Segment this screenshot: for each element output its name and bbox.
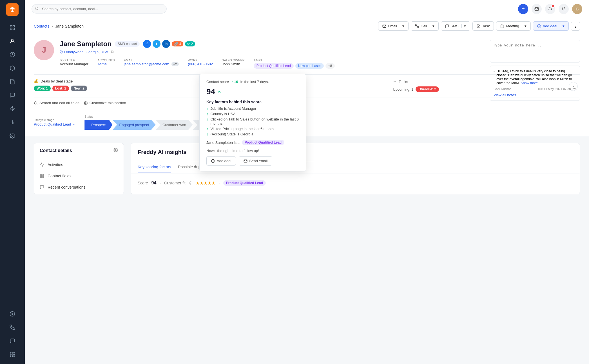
sidebar-icon-launch[interactable] bbox=[6, 308, 19, 320]
freddy-pql-badge[interactable]: Product Qualified Lead bbox=[223, 180, 266, 186]
more-options-btn[interactable]: ⋮ bbox=[571, 22, 580, 31]
customize-label: Customize this section bbox=[90, 101, 126, 105]
sidebar-icon-products[interactable] bbox=[6, 62, 19, 74]
contact-name-row: Jane Sampleton SMB contact f t in 🔗 4 ⟳ … bbox=[60, 40, 495, 48]
svg-rect-21 bbox=[501, 25, 504, 28]
svg-point-11 bbox=[10, 352, 11, 353]
user-avatar[interactable]: G bbox=[572, 4, 582, 14]
task-action-label: Task bbox=[482, 24, 490, 28]
note-author: Gopi Krishna bbox=[494, 87, 512, 91]
email-chevron: ▾ bbox=[400, 24, 404, 28]
status-engaged[interactable]: Engaged prospect bbox=[113, 120, 156, 130]
lifecycle-stage-block: Lifecycle stage Product Qualified Lead bbox=[34, 118, 75, 126]
social-icons: f t in 🔗 4 ⟳ 2 bbox=[143, 40, 195, 48]
view-all-notes-link[interactable]: View all notes bbox=[494, 93, 576, 97]
deals-section: 💰 Deals by deal stage Won: 1 Lost: 2 New… bbox=[34, 79, 208, 94]
note-text: Hi Greg, I think this deal is very close… bbox=[496, 69, 576, 85]
lifecycle-stage-value: Product Qualified Lead bbox=[34, 122, 71, 126]
sidebar-icon-messages[interactable] bbox=[6, 89, 19, 101]
work-field: Work (866) 418-0682 bbox=[188, 59, 213, 69]
lifecycle-stage-select[interactable]: Product Qualified Lead bbox=[34, 122, 75, 126]
sms-action-label: SMS bbox=[451, 24, 459, 28]
svg-point-35 bbox=[34, 101, 37, 104]
email-action-btn[interactable]: Email ▾ bbox=[378, 21, 409, 31]
tag-more[interactable]: +8 bbox=[325, 63, 335, 69]
work-phone-value[interactable]: (866) 418-0682 bbox=[188, 62, 213, 66]
factor-3-text: Clicked on Talk to Sales button on websi… bbox=[211, 117, 300, 126]
sidebar-icon-apps[interactable] bbox=[6, 348, 19, 361]
tag-pql[interactable]: Product Qualified Lead bbox=[254, 63, 294, 69]
factor-4: ↑ Visited Pricing page in the last 6 mon… bbox=[206, 127, 299, 131]
meeting-action-btn[interactable]: Meeting ▾ bbox=[496, 21, 530, 31]
task-action-btn[interactable]: Task bbox=[472, 21, 494, 31]
svg-marker-6 bbox=[10, 106, 15, 111]
job-title-field: Job title Account Manager bbox=[60, 59, 88, 69]
add-deal-action-btn[interactable]: Add deal ▾ bbox=[533, 21, 569, 31]
contact-fields-row: Job title Account Manager Accounts Acme … bbox=[60, 59, 495, 69]
popup-actions: Add deal Send email bbox=[206, 156, 299, 166]
freddy-sep-2: · bbox=[219, 181, 220, 185]
facebook-icon[interactable]: f bbox=[143, 40, 151, 48]
status-prospect[interactable]: Prospect bbox=[84, 120, 112, 130]
linkedin-icon[interactable]: in bbox=[162, 40, 170, 48]
call-action-btn[interactable]: Call ▾ bbox=[411, 21, 438, 31]
twitter-icon[interactable]: t bbox=[153, 40, 160, 48]
contact-location[interactable]: Dundywood, Georgia, USA ⧉ bbox=[60, 49, 495, 55]
accounts-field: Accounts Acme bbox=[97, 59, 115, 69]
account-value[interactable]: Acme bbox=[97, 62, 115, 66]
score-up-arrow-icon bbox=[217, 89, 222, 94]
sidebar-icon-settings[interactable] bbox=[6, 129, 19, 142]
note-textarea[interactable] bbox=[490, 40, 580, 62]
breadcrumb-current: Jane Sampleton bbox=[55, 24, 84, 28]
topbar: + G bbox=[25, 0, 589, 18]
status-won[interactable]: Customer won bbox=[156, 120, 193, 130]
customize-section-link[interactable]: Customize this section bbox=[84, 101, 126, 105]
sidebar-icon-automation[interactable] bbox=[6, 102, 19, 115]
social-badge-2[interactable]: ⟳ 2 bbox=[185, 41, 195, 46]
deal-badges: Won: 1 Lost: 2 New: 2 bbox=[34, 86, 202, 91]
sidebar-icon-chat[interactable] bbox=[6, 335, 19, 347]
add-button[interactable]: + bbox=[518, 4, 528, 14]
copy-icon[interactable]: ⧉ bbox=[109, 49, 115, 55]
social-badge-1[interactable]: 🔗 4 bbox=[172, 41, 183, 46]
factor-3: ↑ Clicked on Talk to Sales button on web… bbox=[206, 117, 299, 126]
sms-action-btn[interactable]: SMS ▾ bbox=[441, 21, 470, 31]
sidebar-icon-reports[interactable] bbox=[6, 75, 19, 88]
key-factors-title: Key factors behind this score bbox=[206, 100, 299, 104]
email-more[interactable]: +2 bbox=[171, 62, 179, 66]
panel-item-contact-fields[interactable]: Contact fields bbox=[34, 170, 124, 182]
deals-section-header: 💰 Deals by deal stage bbox=[34, 79, 202, 83]
popup-send-email-btn[interactable]: Send email bbox=[239, 156, 272, 166]
panel-item-activities[interactable]: Activities bbox=[34, 159, 124, 170]
panel-gear-btn[interactable] bbox=[113, 148, 118, 153]
note-icon bbox=[494, 69, 495, 73]
sidebar-icon-phone[interactable] bbox=[6, 321, 19, 334]
search-bar bbox=[32, 4, 167, 14]
page-content: Contacts › Jane Sampleton Email ▾ Call ▾ bbox=[25, 18, 589, 364]
tag-new-purchaser[interactable]: New purchaser bbox=[295, 63, 324, 69]
freddy-tab-scoring[interactable]: Key scoring factors bbox=[138, 161, 171, 173]
panel-item-recent-conversations[interactable]: Recent conversations bbox=[34, 182, 124, 193]
popup-score-change: ↑ 10 bbox=[231, 80, 238, 84]
freddy-content: Score 94 · Customer fit ★★★★★ · Product … bbox=[131, 173, 580, 193]
factor-4-text: Visited Pricing page in the last 6 month… bbox=[211, 127, 276, 131]
sidebar-icon-contacts[interactable] bbox=[6, 35, 19, 47]
breadcrumb-contacts[interactable]: Contacts bbox=[34, 24, 49, 28]
show-more-link[interactable]: Show more bbox=[521, 81, 538, 85]
freddy-sep-1: · bbox=[160, 181, 161, 185]
email-value[interactable]: jane.sampleton@acme.com +2 bbox=[124, 62, 179, 66]
tags-field: Tags Product Qualified Lead New purchase… bbox=[254, 59, 335, 69]
factor-5-text: (Account) State is Georgia bbox=[211, 132, 253, 136]
search-input[interactable] bbox=[32, 4, 167, 14]
search-edit-link[interactable]: Search and edit all fields bbox=[34, 101, 79, 105]
sidebar-icon-analytics[interactable] bbox=[6, 116, 19, 128]
bell-button[interactable] bbox=[559, 4, 569, 14]
notification-button[interactable] bbox=[545, 4, 555, 14]
app-logo[interactable] bbox=[6, 3, 19, 16]
popup-add-deal-btn[interactable]: Add deal bbox=[206, 156, 236, 166]
panel-conversations-label: Recent conversations bbox=[48, 185, 86, 189]
sidebar-icon-deals[interactable] bbox=[6, 48, 19, 61]
sidebar-icon-home[interactable] bbox=[6, 21, 19, 34]
add-deal-chevron: ▾ bbox=[560, 24, 565, 28]
email-button[interactable] bbox=[532, 4, 542, 14]
